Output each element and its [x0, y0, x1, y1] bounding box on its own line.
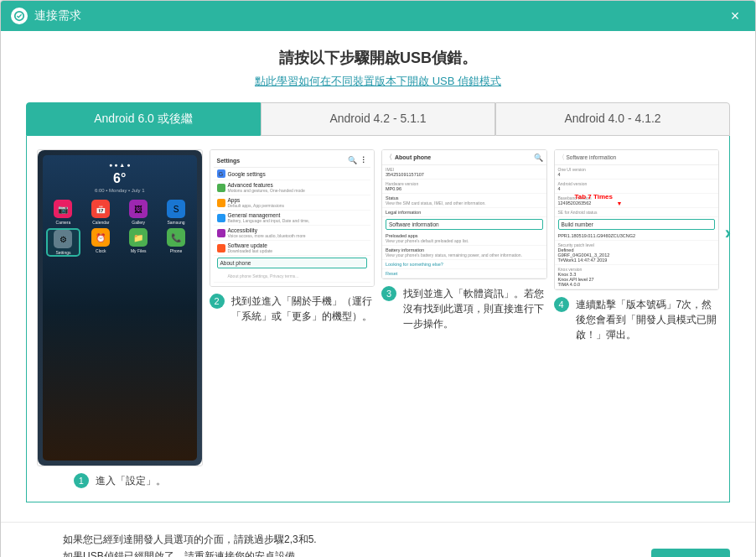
tab-android6[interactable]: Android 6.0 或後繼: [26, 102, 261, 136]
bottom-section: 如果您已經到達開發人員選項的介面，請跳過步驟2,3和5. 如果USB偵錯已經開啟…: [1, 522, 755, 557]
step4-desc: 4 連續點擊「版本號碼」7次，然後您會看到「開發人員模式已開啟！」彈出。: [554, 297, 720, 342]
google-settings-item: G Google settings: [214, 168, 371, 180]
subtitle-link-wrap: 點此學習如何在不同裝置版本下開啟 USB 偵錯模式: [26, 73, 730, 89]
imei-row: IMEI 354251091157107: [382, 165, 546, 180]
phone-icons-grid: 📷 Camera 📅 Calendar 🖼 Gallery: [46, 200, 194, 257]
se-android-row: SE for Android status: [555, 208, 719, 217]
note-line1: 如果您已經到達開發人員選項的介面，請跳過步驟2,3和5.: [63, 531, 628, 548]
software-update-item: Software update Downloaded last update: [214, 241, 371, 256]
step-2: Settings 🔍 ⋮ G Google settings: [210, 149, 375, 324]
battery-row: Battery information View your phone's ba…: [382, 246, 546, 260]
note-line2: 如果USB偵錯已經開啟了，請重新連接您的安卓設備。: [63, 548, 628, 557]
si-header: 〈 About phone 🔍: [382, 150, 546, 165]
baseband-row: Baseband versionTab 7 Times▼ 12495202635…: [555, 194, 719, 208]
next-arrow[interactable]: ›: [725, 222, 731, 244]
step1-image: ● ● ▲ ● 6° 6:00 • Monday • July 1 📷 Came…: [37, 149, 203, 466]
build-value-row: PPR1.180519.011.G9460ZCU3CNG2: [555, 232, 719, 241]
about-phone-mock: 〈 About phone 🔍 IMEI 354251091157107 Har…: [382, 150, 546, 278]
knox-row: Knox version Knox 3.3 Knox API level 27 …: [555, 265, 719, 289]
build-number-highlight: Build number: [558, 219, 716, 230]
settings-mock: Settings 🔍 ⋮ G Google settings: [210, 150, 375, 286]
settings-app-highlight: ⚙ Settings: [46, 228, 80, 257]
main-title: 請按以下步驟開啟USB偵錯。: [26, 48, 730, 68]
bn-header: 〈 Software information: [555, 150, 719, 165]
apps-item: Apps Default apps, App permissions: [214, 195, 371, 211]
title-bar: 連接需求 ×: [1, 1, 755, 31]
hardware-row: Hardware version MP0.96: [382, 180, 546, 194]
reset-row: Reset: [382, 269, 546, 278]
steps-area: ● ● ▲ ● 6° 6:00 • Monday • July 1 📷 Came…: [26, 136, 730, 502]
main-window: 連接需求 × 請按以下步驟開啟USB偵錯。 點此學習如何在不同裝置版本下開啟 U…: [0, 0, 756, 557]
tab-bar: Android 6.0 或後繼 Android 4.2 - 5.1.1 Andr…: [26, 102, 730, 136]
my-files-app: 📁 My Files: [122, 228, 156, 257]
gallery-app: 🖼 Gallery: [122, 200, 156, 225]
samsung-app: S Samsung: [159, 200, 194, 225]
step2-desc: 2 找到並進入「關於手機」（運行「系統」或「更多」的機型）。: [210, 294, 375, 324]
preloaded-row: Preloaded apps View your phone's default…: [382, 232, 546, 246]
notes-text: 如果您已經到達開發人員選項的介面，請跳過步驟2,3和5. 如果USB偵錯已經開啟…: [63, 531, 628, 557]
phone-mock-1: ● ● ▲ ● 6° 6:00 • Monday • July 1 📷 Came…: [38, 150, 202, 466]
phone-app: 📞 Phone: [159, 228, 194, 257]
step-4: 〈 Software information One UI version 4 …: [554, 149, 720, 342]
legal-row: Legal information: [382, 208, 546, 217]
one-ui-row: One UI version 4: [555, 165, 719, 180]
step4-image: 〈 Software information One UI version 4 …: [554, 149, 720, 290]
looking-row: Looking for something else?: [382, 260, 546, 269]
settings-header: Settings 🔍 ⋮: [214, 154, 371, 168]
step1-desc: 1 進入「設定」。: [74, 473, 166, 488]
app-icon: [11, 8, 28, 24]
step3-desc: 3 找到並進入「軟體資訊」。若您沒有找到此選項，則直接進行下一步操作。: [381, 286, 547, 331]
close-button[interactable]: ×: [725, 6, 745, 26]
step-1: ● ● ▲ ● 6° 6:00 • Monday • July 1 📷 Came…: [37, 149, 203, 488]
software-info-highlight: Software information: [386, 219, 543, 230]
status-row: Status View the SIM card status, IMEI, a…: [382, 194, 546, 208]
about-phone-highlight: About phone: [217, 258, 368, 268]
subtitle-link[interactable]: 點此學習如何在不同裝置版本下開啟 USB 偵錯模式: [255, 75, 501, 87]
main-content: 請按以下步驟開啟USB偵錯。 點此學習如何在不同裝置版本下開啟 USB 偵錯模式…: [1, 31, 755, 515]
confirm-button[interactable]: 確定: [651, 549, 730, 557]
step3-image: 〈 About phone 🔍 IMEI 354251091157107 Har…: [381, 149, 547, 279]
camera-app: 📷 Camera: [46, 200, 80, 225]
android-version-row: Android version 4: [555, 180, 719, 194]
phone-screen-1: ● ● ▲ ● 6° 6:00 • Monday • July 1 📷 Came…: [43, 155, 197, 461]
clock-app: ⏰ Clock: [84, 228, 118, 257]
general-mgmt-item: General management Battery, Language and…: [214, 211, 371, 226]
tab-android40[interactable]: Android 4.0 - 4.1.2: [495, 102, 730, 136]
security-row: Security patch level Defined G9RF_04G004…: [555, 241, 719, 265]
step2-image: Settings 🔍 ⋮ G Google settings: [210, 149, 375, 287]
window-title: 連接需求: [34, 8, 725, 23]
calendar-app: 📅 Calendar: [84, 200, 118, 225]
accessibility-item: Accessibility Voice access, more audio, …: [214, 226, 371, 241]
build-number-mock: 〈 Software information One UI version 4 …: [555, 150, 719, 289]
tab-android42[interactable]: Android 4.2 - 5.1.1: [261, 102, 495, 136]
about-phone-sub: About phone Settings, Privacy terms...: [214, 270, 371, 283]
step-3: 〈 About phone 🔍 IMEI 354251091157107 Har…: [381, 149, 547, 331]
advanced-features-item: Advanced features Motions and gestures, …: [214, 180, 371, 195]
